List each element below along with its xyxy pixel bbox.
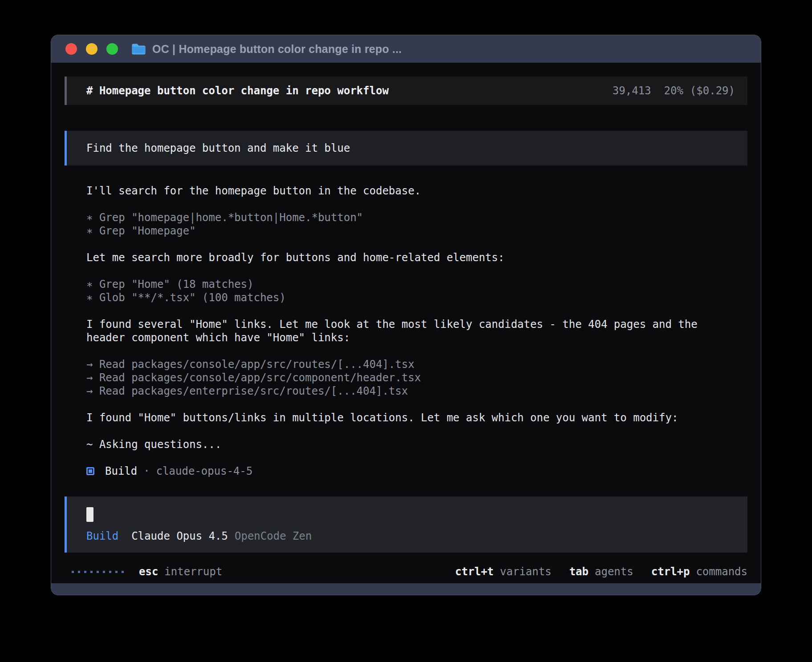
- agent-task-status: Build · claude-opus-4-5: [65, 464, 747, 478]
- hint-label: agents: [595, 565, 633, 578]
- user-message: Find the homepage button and make it blu…: [65, 131, 747, 166]
- conversation-line: [86, 198, 735, 211]
- hint-key: esc: [139, 565, 158, 578]
- session-title: # Homepage button color change in repo w…: [86, 84, 389, 97]
- session-cost: ($0.29): [690, 85, 735, 97]
- conversation-line: I found "Home" buttons/links in multiple…: [86, 411, 735, 424]
- hint-key: tab: [569, 565, 589, 578]
- input-provider-label: OpenCode Zen: [235, 529, 312, 543]
- conversation-line: [86, 424, 735, 438]
- agent-model: claude-opus-4-5: [156, 465, 253, 477]
- terminal-content: # Homepage button color change in repo w…: [51, 63, 761, 583]
- spinner-dot: [72, 571, 74, 573]
- conversation-line: [86, 398, 735, 411]
- conversation-line: ∗ Grep "Home" (18 matches): [86, 278, 735, 291]
- terminal-window: OC | Homepage button color change in rep…: [51, 35, 761, 595]
- keyboard-hint: ctrl+tvariants: [455, 565, 551, 578]
- keyboard-hint: tabagents: [569, 565, 633, 578]
- conversation-line: ∗ Glob "**/*.tsx" (100 matches): [86, 291, 735, 304]
- window-bottom-strip: [51, 583, 761, 595]
- spinner-dot: [90, 571, 93, 573]
- conversation-line: → Read packages/console/app/src/componen…: [86, 371, 735, 384]
- keyboard-hint: ctrl+pcommands: [651, 565, 747, 578]
- conversation-line: [86, 238, 735, 251]
- title-bar[interactable]: OC | Homepage button color change in rep…: [51, 35, 761, 63]
- spinner-dot: [84, 571, 86, 573]
- hints-left: escinterrupt: [139, 565, 222, 578]
- session-header: # Homepage button color change in repo w…: [65, 77, 747, 105]
- spinner-dots: [72, 571, 124, 573]
- spinner-dot: [115, 571, 118, 573]
- hint-label: interrupt: [164, 565, 222, 578]
- agent-status-icon: [86, 467, 94, 475]
- spinner-dot: [78, 571, 80, 573]
- spinner-dot: [109, 571, 111, 573]
- conversation-line: → Read packages/console/app/src/routes/[…: [86, 358, 735, 371]
- separator-dot: ·: [143, 465, 150, 477]
- hint-key: ctrl+p: [651, 565, 690, 578]
- conversation: I'll search for the homepage button in t…: [65, 184, 747, 451]
- folder-icon: [131, 43, 146, 55]
- conversation-line: ~ Asking questions...: [86, 438, 735, 451]
- status-bar: escinterrupt ctrl+tvariantstabagentsctrl…: [65, 565, 747, 578]
- close-button[interactable]: [65, 43, 77, 55]
- input-model-label: Claude Opus 4.5: [131, 529, 228, 543]
- session-stats: 39,41320%($0.29): [613, 84, 735, 97]
- context-percentage: 20%: [664, 85, 683, 97]
- window-title: OC | Homepage button color change in rep…: [152, 43, 402, 56]
- conversation-line: ∗ Grep "homepage|home.*button|Home.*butt…: [86, 211, 735, 224]
- spinner-dot: [122, 571, 124, 573]
- conversation-line: I found several "Home" links. Let me loo…: [86, 318, 735, 344]
- conversation-line: → Read packages/enterprise/src/routes/[.…: [86, 384, 735, 398]
- keyboard-hint: escinterrupt: [139, 565, 222, 578]
- spinner-dot: [97, 571, 99, 573]
- traffic-lights: [65, 43, 118, 55]
- spinner-dot: [103, 571, 105, 573]
- minimize-button[interactable]: [86, 43, 97, 55]
- hints-right: ctrl+tvariantstabagentsctrl+pcommands: [437, 565, 747, 578]
- conversation-line: Let me search more broadly for buttons a…: [86, 251, 735, 264]
- status-bar-left: escinterrupt: [65, 565, 222, 578]
- conversation-line: I'll search for the homepage button in t…: [86, 184, 735, 198]
- conversation-line: [86, 304, 735, 318]
- token-count: 39,413: [613, 85, 651, 97]
- user-message-text: Find the homepage button and make it blu…: [86, 142, 350, 154]
- prompt-input[interactable]: Build Claude Opus 4.5 OpenCode Zen: [65, 496, 747, 553]
- zoom-button[interactable]: [106, 43, 118, 55]
- input-agent-label: Build: [86, 529, 118, 543]
- hint-label: variants: [500, 565, 552, 578]
- agent-name: Build: [105, 465, 137, 477]
- hint-label: commands: [696, 565, 747, 578]
- hint-key: ctrl+t: [455, 565, 494, 578]
- conversation-line: [86, 264, 735, 278]
- conversation-line: ∗ Grep "Homepage": [86, 224, 735, 238]
- model-line: Build Claude Opus 4.5 OpenCode Zen: [86, 529, 735, 543]
- conversation-line: [86, 344, 735, 358]
- text-cursor: [86, 507, 93, 522]
